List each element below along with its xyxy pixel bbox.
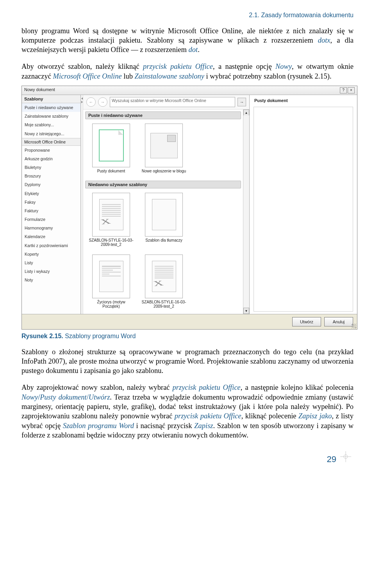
category-newsletters[interactable]: Biuletyny — [22, 163, 80, 172]
figure-caption: Rysunek 2.15. Szablony programu Word — [21, 333, 354, 340]
section-recently-used: Niedawno używane szablony — [85, 181, 241, 188]
caption-label: Rysunek 2.15. — [21, 333, 63, 339]
scrollbar[interactable]: ▲ ▼ — [243, 109, 249, 314]
text: Aby zaprojektować nowy szablon, należy w… — [21, 384, 173, 391]
resize-grip-icon[interactable] — [352, 324, 356, 328]
new-document-dialog: Nowy dokument ? × Szablony Puste i nieda… — [21, 86, 357, 330]
term-dot: dot — [189, 46, 198, 54]
cancel-button[interactable]: Anuluj — [324, 317, 353, 326]
paragraph-3: Szablony o złożonej strukturze są opraco… — [21, 347, 354, 376]
help-button[interactable]: ? — [340, 87, 347, 93]
ui-ref: Zainstalowane szablony — [135, 72, 204, 80]
category-installed[interactable]: Zainstalowane szablony — [22, 112, 80, 120]
ui-ref: przycisk pakietu Office — [175, 412, 241, 420]
category-notes[interactable]: Noty — [22, 276, 80, 284]
category-brochures[interactable]: Broszury — [22, 172, 80, 180]
category-greetings[interactable]: Kartki z pozdrowieniami — [22, 241, 80, 250]
category-letters[interactable]: Listy — [22, 258, 80, 267]
ui-ref: Zapisz jako — [298, 412, 332, 420]
ui-ref: Nowy — [21, 393, 38, 401]
template-label: Życiorys (motyw Początek) — [89, 300, 134, 308]
template-label: Nowe ogłoszenie w blogu — [141, 169, 186, 173]
template-label: Pusty dokument — [89, 169, 134, 173]
dialog-footer: Utwórz Anuluj — [22, 314, 357, 329]
caption-text: Szablony programu Word — [63, 333, 136, 339]
preview-pane: Pusty dokument — [250, 95, 357, 314]
template-blog-post[interactable]: Nowe ogłoszenie w blogu — [141, 124, 186, 173]
template-translators[interactable]: Szablon dla tłumaczy — [141, 193, 186, 247]
forward-button[interactable]: → — [98, 97, 107, 107]
dialog-title: Nowy dokument — [24, 87, 55, 93]
paragraph-2: Aby otworzyć szablon, należy kliknąć prz… — [21, 62, 354, 81]
category-diplomas[interactable]: Dyplomy — [22, 180, 80, 189]
category-faxes[interactable]: Faksy — [22, 198, 80, 206]
preview-sheet — [254, 107, 353, 312]
page-ornament-icon — [340, 451, 351, 462]
ui-ref: przycisk pakietu Office — [143, 63, 213, 70]
ui-ref: Zapisz — [194, 422, 213, 430]
text: lub — [122, 72, 135, 80]
page: 2.1. Zasady formatowania dokumentu blony… — [0, 0, 375, 476]
category-sidebar: Szablony Puste i niedawno używane Zainst… — [22, 95, 81, 314]
term-dotx: dotx — [318, 36, 330, 44]
gallery-scroll: Puste i niedawno używane Pusty dokument … — [83, 109, 249, 314]
preview-title: Pusty dokument — [254, 98, 353, 103]
category-my-templates[interactable]: Moje szablony... — [22, 120, 80, 129]
text: , a następnie kolejno klikać polecenia — [241, 384, 354, 391]
category-envelopes[interactable]: Koperty — [22, 250, 80, 258]
template-style-test[interactable]: X SZABLON-STYLE-16-03-2009-test_2 — [89, 193, 134, 247]
section-header: 2.1. Zasady formatowania dokumentu — [21, 12, 354, 19]
template-style-test-2[interactable]: X SZABLON-STYLE-16-03-2009-test_2 — [141, 255, 186, 308]
template-resume[interactable]: Życiorys (motyw Początek) — [89, 255, 134, 308]
category-schedules[interactable]: Harmonogramy — [22, 224, 80, 232]
create-button[interactable]: Utwórz — [292, 317, 321, 326]
text: Aby otworzyć szablon, należy kliknąć — [21, 63, 143, 70]
ui-ref: Microsoft Office Online — [53, 72, 122, 80]
category-header-online: Microsoft Office Online — [22, 138, 80, 146]
search-go-button[interactable]: → — [238, 98, 246, 106]
category-forms[interactable]: Formularze — [22, 215, 80, 224]
category-calendars[interactable]: Kalendarze — [22, 232, 80, 241]
text: . — [198, 46, 200, 54]
template-gallery: ← → Wyszukaj szablon w witrynie Microsof… — [83, 95, 250, 314]
picture-icon — [167, 135, 176, 142]
template-label: SZABLON-STYLE-16-03-2009-test_2 — [141, 300, 186, 308]
ui-ref: Nowy — [275, 63, 292, 70]
category-header-templates: Szablony — [22, 95, 80, 103]
section-empty-recent: Puste i niedawno używane — [85, 111, 241, 119]
page-number-value: 29 — [327, 454, 336, 464]
template-label: Szablon dla tłumaczy — [141, 238, 186, 242]
category-new-from-existing[interactable]: Nowy z istniejącego... — [22, 129, 80, 138]
category-timesheets[interactable]: Arkusze godzin — [22, 154, 80, 163]
paragraph-4: Aby zaprojektować nowy szablon, należy w… — [21, 383, 354, 440]
text: , kliknąć polecenie — [241, 412, 298, 420]
template-label: SZABLON-STYLE-16-03-2009-test_2 — [89, 238, 134, 247]
ui-ref: Utwórz — [89, 393, 110, 401]
chevron-left-icon — [81, 97, 83, 100]
text: , a następnie opcję — [213, 63, 275, 70]
text: i wybrać potrzebny szablon (rysunek 2.15… — [204, 72, 332, 80]
back-button[interactable]: ← — [86, 97, 96, 107]
scroll-down-icon[interactable]: ▼ — [243, 308, 249, 314]
search-input[interactable]: Wyszukaj szablon w witrynie Microsoft Of… — [110, 97, 235, 107]
text: blony programu Word są dostępne w witryn… — [21, 27, 354, 44]
ui-ref: Pusty dokument — [40, 393, 86, 401]
close-button[interactable]: × — [348, 87, 355, 93]
scroll-up-icon[interactable]: ▲ — [243, 109, 249, 116]
category-labels[interactable]: Etykiety — [22, 189, 80, 198]
text: i nacisnąć przycisk — [134, 422, 194, 430]
ui-ref: przycisk pakietu Office — [173, 384, 241, 391]
category-featured[interactable]: Proponowane — [22, 146, 80, 154]
dialog-titlebar: Nowy dokument ? × — [22, 86, 357, 95]
gallery-toolbar: ← → Wyszukaj szablon w witrynie Microsof… — [83, 95, 249, 109]
category-lists[interactable]: Listy i wykazy — [22, 267, 80, 276]
dialog-body: Szablony Puste i niedawno używane Zainst… — [22, 95, 357, 314]
page-number: 29 — [21, 451, 354, 464]
category-empty-recent[interactable]: Puste i niedawno używane — [22, 103, 80, 112]
template-empty-doc[interactable]: Pusty dokument — [89, 124, 134, 173]
category-invoices[interactable]: Faktury — [22, 206, 80, 215]
chevron-right-icon — [81, 101, 83, 103]
ui-ref: Szablon programu Word — [63, 422, 134, 430]
paragraph-1: blony programu Word są dostępne w witryn… — [21, 26, 354, 55]
